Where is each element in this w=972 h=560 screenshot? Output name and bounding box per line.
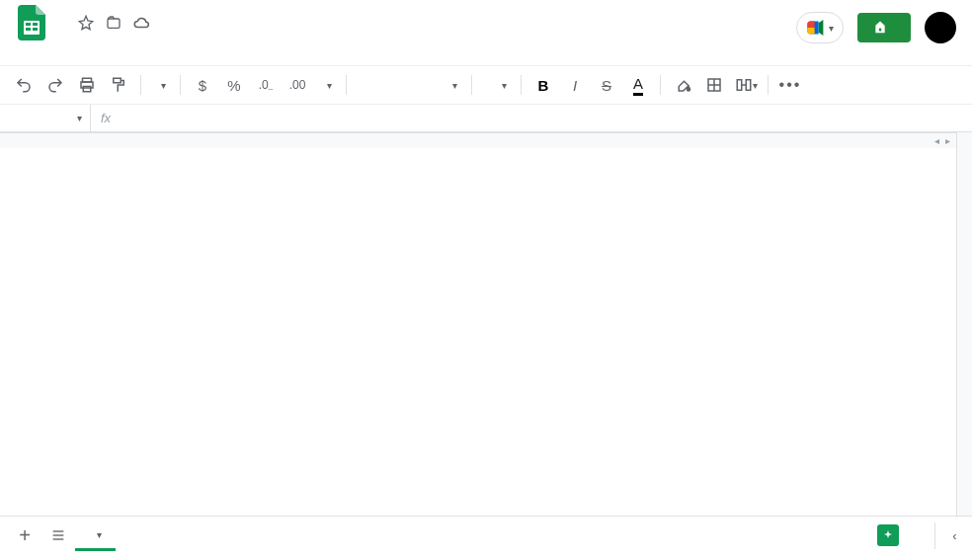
bold-button[interactable]: B [529,71,557,99]
menu-insert[interactable] [109,45,124,53]
vertical-scrollbar[interactable] [956,132,972,516]
add-sheet-button[interactable]: + [8,520,41,550]
redo-button[interactable] [41,71,69,99]
fill-color-button[interactable] [669,71,696,99]
svg-rect-6 [879,29,881,32]
svg-rect-15 [746,80,751,91]
more-toolbar-button[interactable]: ••• [776,71,804,99]
number-format-select[interactable]: ▾ [315,80,338,91]
increase-decimal-button[interactable]: .00 [284,71,311,99]
font-size-select[interactable]: ▾ [480,80,513,91]
svg-rect-14 [737,80,742,91]
explore-icon [877,524,899,546]
menu-file[interactable] [55,45,71,53]
name-box[interactable]: ▾ [0,105,91,131]
chevron-down-icon: ▾ [502,80,507,91]
toolbar: ▾ $ % .0_ .00 ▾ ▾ ▾ B I S A ▾ ••• [0,65,972,105]
print-button[interactable] [73,71,101,99]
italic-button[interactable]: I [561,71,589,99]
scroll-left-icon[interactable]: ◂ [934,135,939,146]
undo-button[interactable] [10,71,38,99]
sheet-tab[interactable]: ▾ [75,520,116,551]
share-button[interactable] [857,13,911,42]
menu-view[interactable] [91,45,107,53]
chevron-down-icon: ▾ [327,80,332,91]
strikethrough-button[interactable]: S [593,71,620,99]
side-panel-toggle[interactable]: ‹ [934,522,964,549]
svg-rect-5 [108,19,120,28]
merge-cells-button[interactable]: ▾ [732,71,760,99]
svg-rect-1 [26,23,31,26]
svg-rect-16 [53,530,64,531]
chevron-down-icon: ▾ [77,113,82,123]
borders-button[interactable] [700,71,728,99]
menu-data[interactable] [144,45,160,53]
svg-rect-18 [53,538,64,539]
scroll-right-icon[interactable]: ▸ [945,135,950,146]
star-icon[interactable] [77,14,95,32]
account-avatar[interactable] [925,12,956,43]
svg-rect-3 [26,28,31,31]
menu-format[interactable] [126,45,142,53]
sheets-logo-icon[interactable] [12,3,51,42]
chevron-down-icon: ▾ [97,529,102,540]
all-sheets-button[interactable] [41,520,75,550]
decrease-decimal-button[interactable]: .0_ [252,71,280,99]
menu-help[interactable] [198,45,213,53]
font-select[interactable]: ▾ [355,80,463,91]
currency-button[interactable]: $ [189,71,216,99]
menu-edit[interactable] [73,45,89,53]
chevron-down-icon: ▾ [829,23,834,34]
percent-button[interactable]: % [220,71,248,99]
menu-tools[interactable] [162,45,178,53]
explore-button[interactable] [867,519,917,552]
chevron-down-icon: ▾ [161,80,166,91]
doc-title[interactable] [55,21,67,25]
meet-button[interactable]: ▾ [796,12,844,43]
move-icon[interactable] [105,14,122,32]
fx-icon: fx [91,111,121,125]
chevron-down-icon: ▾ [452,80,457,91]
svg-rect-10 [114,78,122,83]
svg-rect-4 [33,28,38,31]
menu-extensions[interactable] [180,45,196,53]
horizontal-scrollbar[interactable]: ◂▸ [0,132,956,148]
zoom-select[interactable]: ▾ [149,80,172,91]
paint-format-button[interactable] [105,71,132,99]
svg-rect-17 [53,534,64,535]
svg-rect-2 [33,23,38,26]
chevron-down-icon: ▾ [753,80,758,91]
text-color-button[interactable]: A [624,71,652,99]
cloud-status-icon[interactable] [132,14,150,32]
